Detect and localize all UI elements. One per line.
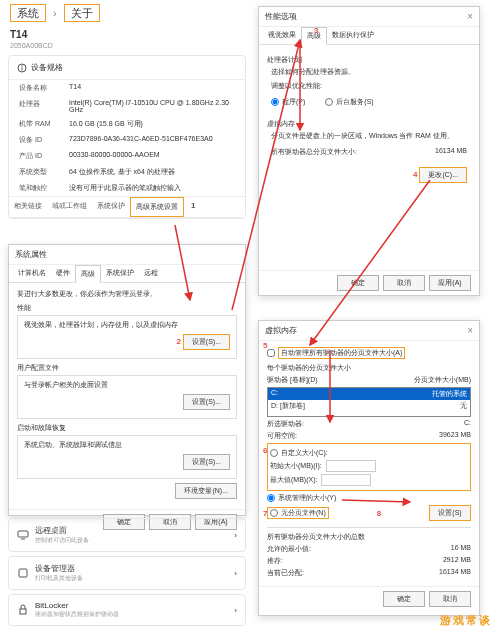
radio-system-managed[interactable]: 系统管理的大小(Y) bbox=[267, 493, 471, 503]
svg-rect-3 bbox=[18, 531, 28, 537]
tab-dep[interactable]: 数据执行保护 bbox=[327, 27, 379, 44]
perf-desc: 视觉效果，处理器计划，内存使用，以及虚拟内存 bbox=[24, 320, 230, 330]
svg-point-1 bbox=[21, 65, 22, 66]
perfopts-apply-button[interactable]: 应用(A) bbox=[429, 275, 471, 291]
tab-visual-effects[interactable]: 视觉效果 bbox=[263, 27, 301, 44]
vmem-set-button[interactable]: 设置(S) bbox=[429, 505, 471, 521]
marker-7: 7 bbox=[263, 509, 267, 518]
userprof-label: 用户配置文件 bbox=[17, 363, 237, 373]
auto-manage-checkbox[interactable]: 自动管理所有驱动器的分页文件大小(A) bbox=[267, 347, 471, 359]
perfopts-title: 性能选项 × bbox=[259, 7, 479, 27]
virtual-memory-dialog: 虚拟内存 × 5 自动管理所有驱动器的分页文件大小(A) 每个驱动器的分页文件大… bbox=[258, 320, 480, 616]
perf-settings-button[interactable]: 设置(S)... bbox=[183, 334, 230, 350]
related-links: 相关链接 域或工作组 系统保护 高级系统设置 1 bbox=[9, 196, 245, 218]
perfopts-cancel-button[interactable]: 取消 bbox=[383, 275, 425, 291]
col-size: 分页文件大小(MB) bbox=[414, 375, 471, 385]
performance-options-dialog: 性能选项 × 3 视觉效果 高级 数据执行保护 处理器计划 选择如何分配处理器资… bbox=[258, 6, 480, 296]
link-domain[interactable]: 域或工作组 bbox=[47, 197, 92, 217]
tab-remote[interactable]: 远程 bbox=[139, 265, 163, 282]
svg-rect-5 bbox=[20, 609, 26, 614]
link-related: 相关链接 bbox=[9, 197, 47, 217]
vm-change-button[interactable]: 更改(C)... bbox=[419, 167, 467, 183]
vm-desc: 分页文件是硬盘上的一块区域，Windows 当作 RAM 使用。 bbox=[271, 131, 467, 141]
perf-label: 性能 bbox=[17, 303, 237, 313]
svg-rect-4 bbox=[19, 569, 27, 577]
spec-id-val: 723D7896-0A36-431C-A6ED-51CBF476E3A0 bbox=[69, 135, 235, 145]
sched-label: 处理器计划 bbox=[267, 55, 471, 65]
spec-title: 设备规格 bbox=[31, 62, 63, 73]
device-spec-panel: 设备规格 设备名称T14 处理器Intel(R) Core(TM) i7-105… bbox=[8, 55, 246, 219]
tab-hardware[interactable]: 硬件 bbox=[51, 265, 75, 282]
radio-custom-size[interactable]: 自定义大小(C): bbox=[270, 448, 468, 458]
vmem-title: 虚拟内存 × bbox=[259, 321, 479, 341]
drive-c: C:托管的系统 bbox=[268, 388, 470, 400]
remote-desktop-item[interactable]: 远程桌面控制谁可访问此设备 › bbox=[8, 518, 246, 552]
marker-6: 6 bbox=[263, 446, 267, 455]
spec-pen-lbl: 笔和触控 bbox=[19, 183, 69, 193]
marker-5: 5 bbox=[263, 341, 267, 350]
marker-3: 3 bbox=[309, 23, 323, 38]
bitlocker-item[interactable]: BitLocker驱动器加密状态根据保护驱动器 › bbox=[8, 594, 246, 626]
vmem-cancel-button[interactable]: 取消 bbox=[429, 591, 471, 607]
vmem-ok-button[interactable]: 确定 bbox=[383, 591, 425, 607]
marker-1: 1 bbox=[186, 197, 200, 217]
close-icon[interactable]: × bbox=[467, 11, 473, 22]
init-label: 初始大小(MB)(I): bbox=[270, 461, 322, 471]
avail-label: 可用空间: bbox=[267, 431, 297, 441]
tab-computer-name[interactable]: 计算机名 bbox=[13, 265, 51, 282]
adjust-label: 调整以优化性能: bbox=[271, 81, 467, 91]
avail-value: 39623 MB bbox=[439, 431, 471, 441]
sched-desc: 选择如何分配处理器资源。 bbox=[271, 67, 467, 77]
perfopts-ok-button[interactable]: 确定 bbox=[337, 275, 379, 291]
cur-label: 当前已分配: bbox=[267, 568, 304, 578]
rec-label: 推荐: bbox=[267, 556, 283, 566]
radio-programs[interactable]: 程序(P) bbox=[271, 97, 305, 107]
watermark: 游戏常谈 bbox=[440, 613, 492, 628]
vm-total-value: 16134 MB bbox=[435, 147, 467, 157]
startup-settings-button[interactable]: 设置(S)... bbox=[183, 454, 230, 470]
tab-advanced[interactable]: 高级 bbox=[75, 265, 101, 283]
max-size-input[interactable] bbox=[321, 474, 371, 486]
min-label: 允许的最小值: bbox=[267, 544, 311, 554]
sysprops-title: 系统属性 bbox=[9, 245, 245, 265]
spec-name-val: T14 bbox=[69, 83, 235, 93]
spec-id-lbl: 设备 ID bbox=[19, 135, 69, 145]
spec-type-val: 64 位操作系统, 基于 x64 的处理器 bbox=[69, 167, 235, 177]
spec-type-lbl: 系统类型 bbox=[19, 167, 69, 177]
crumb-sep: › bbox=[53, 7, 57, 19]
cur-value: 16134 MB bbox=[439, 568, 471, 578]
perfopts-tabs: 3 视觉效果 高级 数据执行保护 bbox=[259, 27, 479, 45]
crumb-about[interactable]: 关于 bbox=[64, 4, 100, 22]
close-icon[interactable]: × bbox=[467, 325, 473, 336]
spec-pen-val: 没有可用于此显示器的笔或触控输入 bbox=[69, 183, 235, 193]
chevron-right-icon: › bbox=[234, 531, 237, 540]
userprof-desc: 与登录帐户相关的桌面设置 bbox=[24, 380, 230, 390]
marker-8: 8 bbox=[377, 509, 381, 518]
drive-header: 每个驱动器的分页文件大小 bbox=[267, 363, 471, 373]
crumb-system[interactable]: 系统 bbox=[10, 4, 46, 22]
tab-sysprotect[interactable]: 系统保护 bbox=[101, 265, 139, 282]
remote-icon bbox=[17, 529, 29, 541]
info-icon bbox=[17, 63, 27, 73]
selected-drive-value: C: bbox=[464, 419, 471, 429]
drive-d: D: [新加卷]无 bbox=[268, 400, 470, 412]
marker-4: 4 bbox=[413, 170, 417, 179]
radio-no-paging[interactable]: 无分页文件(N) bbox=[267, 507, 329, 519]
chevron-right-icon: › bbox=[234, 569, 237, 578]
link-sysprotect[interactable]: 系统保护 bbox=[92, 197, 130, 217]
min-value: 16 MB bbox=[451, 544, 471, 554]
link-advanced-system[interactable]: 高级系统设置 bbox=[130, 197, 184, 217]
marker-2: 2 bbox=[176, 337, 180, 346]
startup-label: 启动和故障恢复 bbox=[17, 423, 237, 433]
radio-services[interactable]: 后台服务(S) bbox=[325, 97, 373, 107]
device-manager-item[interactable]: 设备管理器打印机及其他设备 › bbox=[8, 556, 246, 590]
spec-ram-val: 16.0 GB (15.8 GB 可用) bbox=[69, 119, 235, 129]
drive-list[interactable]: C:托管的系统 D: [新加卷]无 bbox=[267, 387, 471, 417]
max-label: 最大值(MB)(X): bbox=[270, 475, 317, 485]
init-size-input[interactable] bbox=[326, 460, 376, 472]
env-vars-button[interactable]: 环境变量(N)... bbox=[175, 483, 237, 499]
chevron-right-icon: › bbox=[234, 606, 237, 615]
total-header: 所有驱动器分页文件大小的总数 bbox=[267, 532, 471, 542]
svg-rect-2 bbox=[22, 67, 23, 70]
userprof-settings-button[interactable]: 设置(S)... bbox=[183, 394, 230, 410]
